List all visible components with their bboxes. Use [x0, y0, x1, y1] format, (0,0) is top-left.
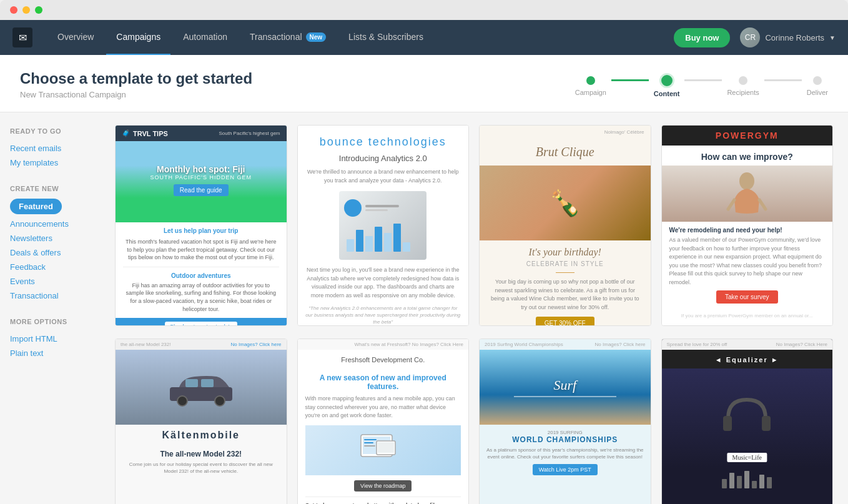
svg-rect-11	[378, 442, 394, 453]
nav-automation[interactable]: Automation	[173, 20, 237, 55]
svg-rect-15	[723, 416, 732, 431]
template-preview-fresh: What's new at Freshsoft? No Images? Clic…	[298, 339, 469, 504]
nav-overview[interactable]: Overview	[47, 20, 104, 55]
svg-point-4	[177, 396, 187, 406]
avatar[interactable]: CR	[740, 27, 760, 47]
step-content: Content	[654, 75, 680, 97]
gym-hero	[662, 166, 833, 222]
music-text	[668, 472, 827, 491]
nav-lists[interactable]: Lists & Subscribers	[338, 20, 433, 55]
sidebar-featured-button[interactable]: Featured	[10, 199, 62, 214]
nav-campaigns[interactable]: Campaigns	[106, 20, 170, 55]
sidebar-item-newsletters[interactable]: Newsletters	[10, 231, 90, 245]
music-header: Spread the love for 20% off No Images? C…	[662, 339, 833, 350]
gym-header: POWERGYM	[662, 126, 833, 146]
template-grid-row1: 🧳 TRVL TIPS South Pacific's highest gem …	[115, 125, 833, 326]
close-btn[interactable]	[10, 6, 17, 14]
main-layout: READY TO GO Recent emails My templates C…	[0, 112, 848, 504]
travel-bottom: Check out our top to-do's	[116, 318, 287, 325]
template-preview-music: Spread the love for 20% off No Images? C…	[662, 339, 833, 504]
page-subtitle: New Transactional Campaign	[20, 90, 252, 99]
birthday-logo: Brut Clique	[480, 139, 651, 166]
surf-header: 2019 Surfing World Championships No Imag…	[480, 339, 651, 350]
template-card-birthday[interactable]: Nolmago' Célèbre Brut Clique 🍾 It's your…	[479, 125, 651, 326]
svg-rect-16	[762, 416, 771, 431]
step-label-campaign: Campaign	[575, 89, 606, 96]
template-preview-travel: 🧳 TRVL TIPS South Pacific's highest gem …	[116, 126, 287, 325]
birthday-body: It's your birthday! Celebrate in style Y…	[480, 240, 651, 325]
step-label-deliver: Deliver	[807, 89, 828, 96]
app-logo[interactable]: ✉	[12, 27, 32, 47]
step-dot-content	[661, 75, 673, 86]
buy-now-button[interactable]: Buy now	[674, 28, 730, 47]
fresh-body: A new season of new and improved feature…	[298, 370, 469, 504]
template-preview-gym: POWERGYM How can we improve?	[662, 126, 833, 325]
template-preview-bounce: bounce technologies Introducing Analytic…	[298, 126, 469, 325]
step-recipients: Recipients	[727, 76, 759, 96]
template-card-gym[interactable]: POWERGYM How can we improve?	[661, 125, 834, 326]
music-brand-bar: ◄ Equalizer ►	[662, 350, 833, 368]
sidebar-more-options-title: MORE OPTIONS	[10, 318, 90, 325]
sidebar-item-events[interactable]: Events	[10, 274, 90, 289]
page-header: Choose a template to get started New Tra…	[0, 55, 848, 112]
svg-rect-14	[364, 445, 375, 447]
music-note: Music=Life	[727, 453, 767, 462]
maximize-btn[interactable]	[35, 6, 42, 14]
sidebar-item-announcements[interactable]: Announcements	[10, 217, 90, 231]
svg-rect-13	[364, 442, 373, 443]
template-preview-surf: 2019 Surfing World Championships No Imag…	[480, 339, 651, 504]
fresh-header: What's new at Freshsoft? No Images? Clic…	[298, 339, 469, 350]
music-hero: Music=Life	[662, 368, 833, 468]
headphones-icon	[716, 387, 778, 450]
navbar: ✉ Overview Campaigns Automation Transact…	[0, 20, 848, 55]
sidebar-plain-text[interactable]: Plain text	[10, 346, 90, 360]
bounce-logo: bounce technologies	[298, 126, 469, 154]
svg-rect-7	[201, 379, 214, 387]
sidebar-item-feedback[interactable]: Feedback	[10, 260, 90, 274]
sidebar-recent-emails[interactable]: Recent emails	[10, 141, 90, 156]
bounce-mockup	[339, 191, 426, 260]
svg-point-0	[739, 172, 754, 190]
birthday-hero: 🍾	[480, 166, 651, 240]
template-card-car[interactable]: the all-new Model 232! No Images? Click …	[115, 338, 287, 504]
svg-rect-6	[185, 379, 198, 387]
template-card-music[interactable]: Spread the love for 20% off No Images? C…	[661, 338, 834, 504]
template-card-surf[interactable]: 2019 Surfing World Championships No Imag…	[479, 338, 651, 504]
svg-line-2	[759, 200, 766, 209]
step-connector-1	[611, 79, 649, 81]
sidebar-item-deals[interactable]: Deals & offers	[10, 245, 90, 260]
svg-point-5	[215, 396, 225, 406]
template-card-travel[interactable]: 🧳 TRVL TIPS South Pacific's highest gem …	[115, 125, 287, 326]
music-body	[662, 468, 833, 495]
step-label-recipients: Recipients	[727, 89, 759, 96]
sidebar: READY TO GO Recent emails My templates C…	[0, 112, 100, 504]
car-header: the all-new Model 232! No Images? Click …	[116, 339, 287, 350]
template-preview-car: the all-new Model 232! No Images? Click …	[116, 339, 287, 504]
nav-links: Overview Campaigns Automation Transactio…	[47, 20, 674, 55]
gym-person-icon	[722, 169, 772, 219]
sidebar-my-templates[interactable]: My templates	[10, 156, 90, 170]
travel-body: Let us help plan your trip This month's …	[116, 222, 287, 318]
car-body: The all-new Model 232! Come join us for …	[116, 446, 287, 478]
template-card-fresh[interactable]: What's new at Freshsoft? No Images? Clic…	[297, 338, 470, 504]
car-hero	[116, 350, 287, 425]
template-card-bounce[interactable]: bounce technologies Introducing Analytic…	[297, 125, 470, 326]
template-preview-birthday: Nolmago' Célèbre Brut Clique 🍾 It's your…	[480, 126, 651, 325]
svg-line-1	[728, 200, 734, 209]
navbar-right: Buy now CR Corinne Roberts ▼	[674, 27, 836, 47]
progress-steps: Campaign Content Recipients Deliver	[575, 70, 828, 97]
chevron-down-icon[interactable]: ▼	[829, 34, 836, 41]
nav-transactional[interactable]: Transactional New	[240, 20, 336, 55]
step-dot-deliver	[813, 76, 822, 85]
minimize-btn[interactable]	[22, 6, 30, 14]
window-chrome	[0, 0, 848, 20]
laptop-devices-icon	[358, 432, 408, 469]
step-connector-2	[684, 79, 722, 81]
travel-logo: 🧳 TRVL TIPS	[122, 129, 168, 137]
user-info: CR Corinne Roberts ▼	[740, 27, 836, 47]
travel-header: 🧳 TRVL TIPS South Pacific's highest gem	[116, 126, 287, 141]
sidebar-item-transactional[interactable]: Transactional	[10, 289, 90, 303]
sidebar-import-html[interactable]: Import HTML	[10, 332, 90, 346]
svg-rect-12	[364, 439, 377, 440]
transactional-badge: New	[306, 32, 327, 42]
